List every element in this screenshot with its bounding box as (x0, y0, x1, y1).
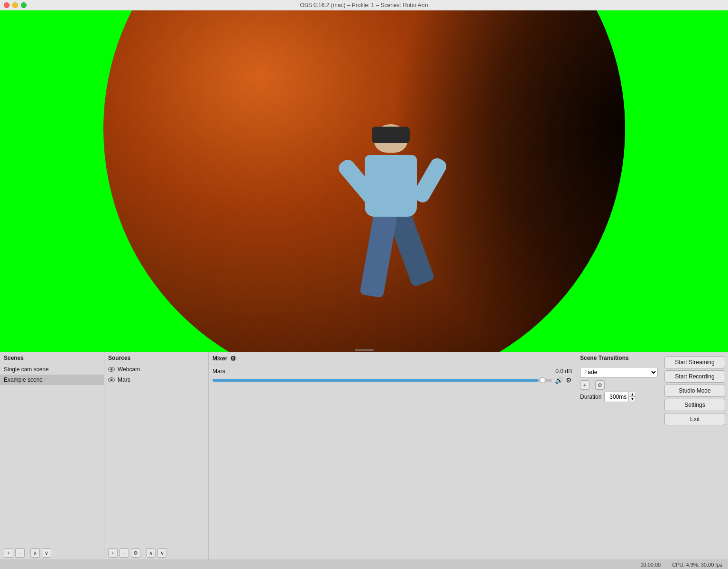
volume-slider[interactable] (212, 379, 552, 382)
transitions-content: Fade Cut Swipe Slide + ⚙ Duration (576, 364, 662, 560)
transitions-label: Scene Transitions (580, 355, 629, 361)
scenes-move-up-button[interactable]: ∧ (30, 548, 40, 558)
preview-area (0, 10, 728, 352)
mixer-settings-icon[interactable]: ⚙ (230, 355, 236, 362)
panels-row: Scenes Single cam scene Example scene + … (0, 352, 728, 560)
person-leg-left (359, 210, 397, 298)
scenes-remove-button[interactable]: − (15, 548, 25, 558)
eye-icon-webcam[interactable] (108, 367, 115, 372)
scenes-label: Scenes (4, 355, 24, 361)
mixer-header: Mixer ⚙ (209, 352, 576, 365)
sources-move-down-button[interactable]: ∨ (157, 548, 167, 558)
duration-input[interactable] (605, 393, 628, 401)
duration-label: Duration (580, 394, 601, 400)
bottom-panel: Scenes Single cam scene Example scene + … (0, 352, 728, 569)
minimize-button[interactable] (12, 2, 18, 8)
scenes-move-down-button[interactable]: ∨ (42, 548, 51, 558)
person-figure (324, 124, 457, 338)
source-item-mars[interactable]: Mars (104, 375, 208, 385)
start-streaming-button[interactable]: Start Streaming (664, 356, 725, 368)
timecode: 00:00:00 (640, 562, 661, 568)
settings-button[interactable]: Settings (664, 399, 725, 411)
mixer-track-header: Mars 0.0 dB (212, 368, 572, 375)
exit-button[interactable]: Exit (664, 413, 725, 425)
sources-add-button[interactable]: + (108, 548, 118, 558)
duration-row: Duration ▲ ▼ (580, 392, 658, 402)
duration-increment[interactable]: ▲ (629, 392, 636, 397)
scenes-header: Scenes (0, 352, 104, 364)
duration-input-container: ▲ ▼ (604, 392, 636, 402)
mixer-track-name: Mars (212, 368, 225, 375)
sources-header: Sources (104, 352, 208, 364)
duration-stepper: ▲ ▼ (628, 392, 636, 402)
start-recording-button[interactable]: Start Recording (664, 370, 725, 383)
person-body (324, 124, 457, 338)
studio-mode-button[interactable]: Studio Mode (664, 385, 725, 397)
sources-panel: Sources Webcam Mars + − ⚙ ∧ ∨ (104, 352, 209, 560)
scenes-list: Single cam scene Example scene (0, 364, 104, 546)
mute-icon[interactable]: 🔊 (555, 376, 563, 384)
maximize-button[interactable] (21, 2, 27, 8)
mixer-volume-bar: 🔊 ⚙ (212, 376, 572, 384)
titlebar: OBS 0.16.2 (mac) – Profile: 1 – Scenes: … (0, 0, 728, 10)
volume-slider-fill (212, 379, 538, 382)
transition-add-remove-row: + ⚙ (580, 380, 658, 390)
transitions-header: Scene Transitions (576, 352, 662, 364)
cpu-stats: CPU: 4.9%, 30.00 fps (672, 562, 722, 568)
transition-dropdown[interactable]: Fade Cut Swipe Slide (580, 367, 658, 377)
mixer-panel: Mixer ⚙ Mars 0.0 dB 🔊 (209, 352, 576, 560)
sources-toolbar: + − ⚙ ∧ ∨ (104, 546, 208, 560)
sources-move-up-button[interactable]: ∧ (146, 548, 156, 558)
mixer-track-mars: Mars 0.0 dB 🔊 ⚙ (209, 365, 576, 387)
close-button[interactable] (4, 2, 9, 8)
scenes-panel: Scenes Single cam scene Example scene + … (0, 352, 104, 560)
scene-item-example[interactable]: Example scene (0, 375, 104, 385)
transition-settings-button[interactable]: ⚙ (595, 380, 605, 390)
mixer-track-db: 0.0 dB (555, 368, 572, 375)
sources-label: Sources (108, 355, 130, 361)
transition-select-row: Fade Cut Swipe Slide (580, 367, 658, 377)
preview-scrollbar (355, 349, 374, 351)
mixer-label: Mixer (212, 355, 227, 362)
scene-item-single-cam[interactable]: Single cam scene (0, 364, 104, 375)
status-bar: 00:00:00 CPU: 4.9%, 30.00 fps (0, 560, 728, 569)
track-settings-icon[interactable]: ⚙ (566, 376, 572, 384)
duration-decrement[interactable]: ▼ (629, 397, 636, 402)
person-vr-headset (372, 127, 410, 143)
scenes-add-button[interactable]: + (4, 548, 13, 558)
right-buttons-panel: Start Streaming Start Recording Studio M… (662, 352, 728, 560)
window-title: OBS 0.16.2 (mac) – Profile: 1 – Scenes: … (300, 2, 428, 9)
traffic-lights (4, 2, 27, 8)
source-item-webcam[interactable]: Webcam (104, 364, 208, 375)
mixer-content: Mars 0.0 dB 🔊 ⚙ (209, 365, 576, 560)
eye-icon-mars[interactable] (108, 377, 115, 382)
volume-knob[interactable] (540, 377, 545, 383)
sources-remove-button[interactable]: − (120, 548, 129, 558)
transition-add-button[interactable]: + (580, 380, 590, 390)
sources-settings-button[interactable]: ⚙ (131, 548, 140, 558)
sources-list: Webcam Mars (104, 364, 208, 546)
scenes-toolbar: + − ∧ ∨ (0, 546, 104, 560)
mixer-track-icons: 🔊 ⚙ (555, 376, 572, 384)
transitions-panel: Scene Transitions Fade Cut Swipe Slide +… (576, 352, 662, 560)
